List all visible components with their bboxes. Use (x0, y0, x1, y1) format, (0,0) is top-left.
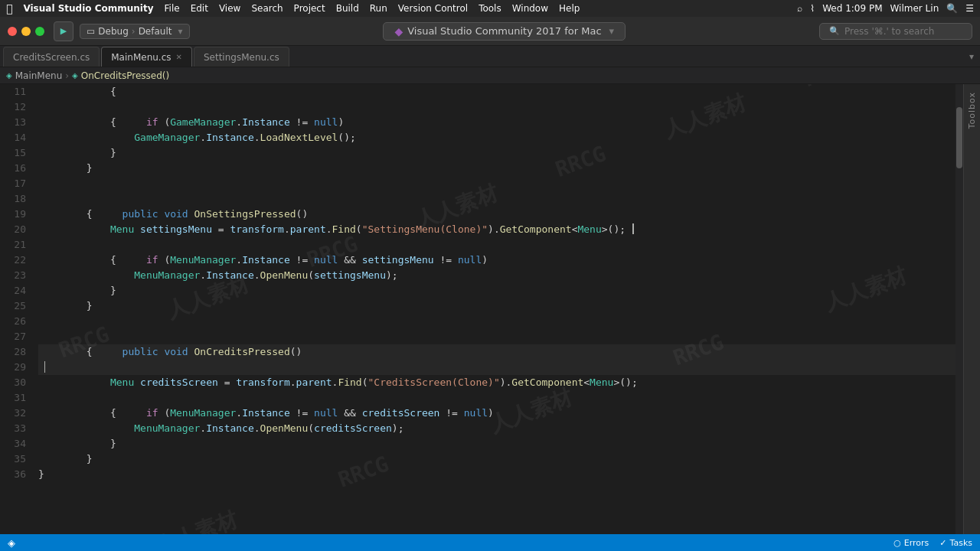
code-line-24: } (38, 283, 956, 298)
search-placeholder: Press '⌘.' to search (844, 26, 934, 37)
vertical-scrollbar[interactable] (956, 84, 963, 534)
dropdown-icon: ▾ (178, 26, 182, 37)
code-line-22: { (38, 253, 956, 268)
code-line-14: GameManager.Instance.LoadNextLevel(); (38, 130, 956, 145)
bluetooth-icon: ⌕ (797, 3, 802, 14)
menu-project[interactable]: Project (294, 3, 325, 14)
search-magnifier-icon: 🔍 (829, 26, 840, 36)
tab-label: CreditsScreen.cs (13, 52, 90, 63)
close-window-button[interactable] (8, 27, 17, 36)
minimize-window-button[interactable] (21, 27, 31, 36)
toolbox-panel: Toolbox (963, 84, 980, 534)
code-line-31: if (MenuManager.Instance != null && cred… (38, 390, 956, 406)
wifi-icon: ⌇ (810, 3, 815, 14)
method-icon: ◈ (72, 71, 78, 80)
nav-class-name[interactable]: MainMenu (15, 70, 63, 81)
run-button[interactable]: ▶ (54, 21, 74, 41)
code-line-15: } (38, 145, 956, 161)
separator: › (132, 26, 136, 37)
status-bar: ◈ ○ Errors ✓ Tasks (0, 534, 980, 551)
user-name: Wilmer Lin (890, 3, 939, 14)
vs-logo-icon: ◆ (394, 25, 403, 37)
code-line-30: Menu creditsScreen = transform.parent.Fi… (38, 375, 956, 390)
menu-run[interactable]: Run (370, 3, 387, 14)
menu-version-control[interactable]: Version Control (398, 3, 468, 14)
errors-label: Errors (904, 538, 929, 548)
code-editor[interactable]: RRCG人人素材RRCG人人素材 RRCG人人素材RRCG人人素材 RRCG人人… (32, 84, 956, 534)
menu-tools[interactable]: Tools (479, 3, 501, 14)
title-dropdown-icon[interactable]: ▾ (609, 25, 615, 37)
code-line-19: { (38, 207, 956, 222)
code-line-25: } (38, 298, 956, 314)
nav-method-name[interactable]: OnCreditsPressed() (81, 70, 169, 81)
code-line-32: { (38, 406, 956, 421)
code-line-18: public void OnSettingsPressed() (38, 191, 956, 207)
code-line-20: Menu settingsMenu = transform.parent.Fin… (38, 222, 956, 237)
apple-menu[interactable]:  (6, 2, 12, 15)
status-right: ○ Errors ✓ Tasks (893, 538, 972, 548)
tasks-status[interactable]: ✓ Tasks (939, 538, 972, 548)
code-line-28: { (38, 344, 956, 360)
toolbar: ▶ ▭ Debug › Default ▾ ◆ Visual Studio Co… (0, 17, 980, 46)
search-icon[interactable]: 🔍 (946, 3, 958, 14)
debug-icon: ▭ (87, 26, 95, 37)
close-tab-button[interactable]: ✕ (176, 53, 182, 61)
default-label: Default (139, 26, 172, 37)
menu-build[interactable]: Build (336, 3, 359, 14)
code-line-33: MenuManager.Instance.OpenMenu(creditsScr… (38, 421, 956, 436)
window-controls (8, 27, 44, 36)
macos-menu-bar:  Visual Studio Community File Edit View… (0, 0, 980, 17)
build-status: ◈ (8, 537, 15, 549)
toolbox-label[interactable]: Toolbox (967, 92, 977, 129)
notification-icon[interactable]: ☰ (965, 3, 974, 14)
tabs-overflow-button[interactable]: ▾ (963, 51, 980, 62)
title-center: ◆ Visual Studio Community 2017 for Mac ▾ (196, 22, 813, 41)
vs-icon-small: ◈ (8, 537, 15, 549)
class-icon: ◈ (6, 71, 12, 80)
tab-settings-menu[interactable]: SettingsMenu.cs (194, 47, 289, 67)
code-line-21: if (MenuManager.Instance != null && sett… (38, 237, 956, 253)
tab-main-menu[interactable]: MainMenu.cs ✕ (101, 47, 192, 67)
code-line-23: MenuManager.Instance.OpenMenu(settingsMe… (38, 268, 956, 283)
search-bar[interactable]: 🔍 Press '⌘.' to search (819, 23, 972, 40)
code-line-34: } (38, 436, 956, 452)
errors-status[interactable]: ○ Errors (893, 538, 929, 548)
code-line-13: { (38, 115, 956, 130)
tasks-label: Tasks (950, 538, 972, 548)
scrollbar-thumb[interactable] (956, 107, 962, 168)
debug-label: Debug (98, 26, 128, 37)
code-line-27: public void OnCreditsPressed() (38, 329, 956, 344)
app-menu-visual-studio[interactable]: Visual Studio Community (23, 3, 153, 14)
nav-breadcrumb: ◈ MainMenu › ◈ OnCreditsPressed() (0, 67, 980, 84)
nav-separator: › (65, 70, 69, 81)
menu-edit[interactable]: Edit (191, 3, 208, 14)
menu-help[interactable]: Help (559, 3, 580, 14)
clock: Wed 1:09 PM (822, 3, 882, 14)
tabs-bar: CreditsScreen.cs MainMenu.cs ✕ SettingsM… (0, 46, 980, 67)
debug-config-selector[interactable]: ▭ Debug › Default ▾ (80, 24, 190, 39)
app-title-pill: ◆ Visual Studio Community 2017 for Mac ▾ (383, 22, 626, 41)
menu-bar-right: ⌕ ⌇ Wed 1:09 PM Wilmer Lin 🔍 ☰ (797, 3, 974, 14)
line-numbers-gutter: 11 12 13 14 15 16 17 18 19 20 21 22 23 2… (0, 84, 32, 534)
menu-view[interactable]: View (219, 3, 240, 14)
code-line-26 (38, 314, 956, 329)
code-line-11: { (38, 84, 956, 99)
tab-label: SettingsMenu.cs (204, 52, 279, 63)
code-line-36: } (38, 467, 956, 482)
editor-area: 11 12 13 14 15 16 17 18 19 20 21 22 23 2… (0, 84, 980, 534)
play-icon: ▶ (60, 26, 67, 36)
menu-file[interactable]: File (165, 3, 180, 14)
code-line-29 (38, 360, 956, 375)
check-icon: ✓ (939, 538, 946, 548)
code-line-12: if (GameManager.Instance != null) (38, 99, 956, 115)
tab-credits-screen[interactable]: CreditsScreen.cs (3, 47, 100, 67)
tab-label: MainMenu.cs (111, 52, 171, 63)
code-line-17 (38, 176, 956, 191)
code-line-16: } (38, 161, 956, 176)
code-line-35: } (38, 452, 956, 467)
error-icon: ○ (893, 538, 901, 548)
maximize-window-button[interactable] (35, 27, 44, 36)
menu-window[interactable]: Window (512, 3, 548, 14)
menu-search[interactable]: Search (251, 3, 283, 14)
app-title: Visual Studio Community 2017 for Mac (407, 25, 601, 37)
